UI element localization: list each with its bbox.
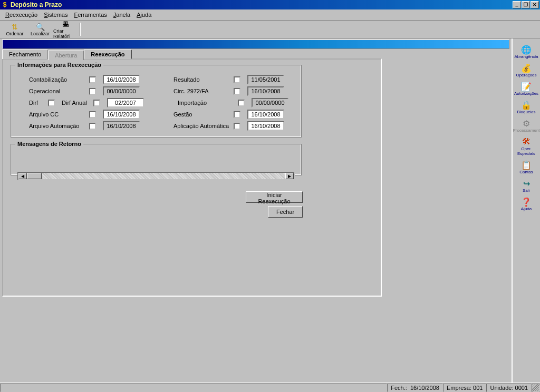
field-resultado[interactable] xyxy=(247,75,284,84)
restore-button[interactable]: ❐ xyxy=(522,1,530,8)
label-operacional: Operacional xyxy=(29,88,87,94)
sidebar-abrangencia[interactable]: 🌐 Abrangência xyxy=(514,44,539,60)
sidebar-processamento-label: Processament xyxy=(513,128,539,133)
tab-abertura[interactable]: Abertura xyxy=(48,51,84,60)
field-operacional[interactable] xyxy=(103,86,140,96)
menu-sistemas[interactable]: Sistemas xyxy=(41,11,71,19)
label-dirf-anual: Dirf Anual xyxy=(62,100,91,106)
field-contabilizacao[interactable] xyxy=(103,75,140,84)
globe-icon: 🌐 xyxy=(521,45,532,54)
checkbox-operacional[interactable] xyxy=(89,88,96,95)
sidebar-oper-especiais-label: Oper. Especiais xyxy=(514,146,539,156)
accounts-icon: 📋 xyxy=(521,160,532,170)
tab-fechamento[interactable]: Fechamento xyxy=(2,50,48,59)
sidebar-contas-label: Contas xyxy=(519,170,533,174)
label-circ: Circ. 2972/FA xyxy=(173,88,232,94)
status-empresa: Empresa: 001 xyxy=(443,384,486,392)
checkbox-contabilizacao[interactable] xyxy=(89,76,96,83)
field-arquivo-cc[interactable] xyxy=(103,110,140,119)
field-gestao[interactable] xyxy=(247,110,284,119)
sidebar-processamento[interactable]: ⚙ Processament xyxy=(514,117,539,134)
checkbox-importacao[interactable] xyxy=(238,100,245,106)
status-fech: Fech.: 16/10/2008 xyxy=(387,384,443,392)
checkbox-dirf-anual[interactable] xyxy=(93,100,100,106)
sidebar-autorizacoes-label: Autorizações xyxy=(514,91,538,96)
checkbox-circ[interactable] xyxy=(234,88,240,95)
sidebar-ajuda[interactable]: ❓ Ajuda xyxy=(514,196,539,212)
checkbox-gestao[interactable] xyxy=(234,111,240,118)
iniciar-reexecucao-button[interactable]: Iniciar Reexecução xyxy=(246,191,303,203)
toolbar-ordenar-label: Ordenar xyxy=(6,31,23,36)
process-icon: ⚙ xyxy=(523,119,530,128)
label-importacao: Importação xyxy=(178,100,236,106)
panel-header-bar xyxy=(2,40,509,49)
exit-icon: ↪ xyxy=(523,179,530,188)
toolbar: ⇅ Ordenar 🔍 Localizar 🖶 Criar Relatóri xyxy=(0,21,540,38)
statusbar: Fech.: 16/10/2008 Empresa: 001 Unidade: … xyxy=(0,383,540,392)
field-circ[interactable] xyxy=(247,86,284,96)
sidebar-abrangencia-label: Abrangência xyxy=(515,54,538,59)
tools-icon: 🛠 xyxy=(522,137,531,146)
panel-body: Informações para Reexecução Contabilizaç… xyxy=(2,58,382,297)
label-dirf: Dirf xyxy=(29,100,46,106)
sort-icon: ⇅ xyxy=(12,23,18,31)
group-mensagens-title: Mensagens de Retorno xyxy=(15,141,83,147)
content-area: Fechamento Abertura Reexecução Informaçõ… xyxy=(0,38,512,383)
edit-icon: 📝 xyxy=(521,82,532,91)
field-arquivo-automacao[interactable] xyxy=(103,121,140,131)
search-icon: 🔍 xyxy=(36,23,45,31)
sidebar-autorizacoes[interactable]: 📝 Autorizações xyxy=(514,81,539,97)
sidebar: 🌐 Abrangência 💰 Operações 📝 Autorizações… xyxy=(512,38,540,383)
checkbox-arquivo-cc[interactable] xyxy=(89,111,96,118)
checkbox-aplicacao-auto[interactable] xyxy=(234,123,240,130)
toolbar-ordenar[interactable]: ⇅ Ordenar xyxy=(2,22,27,37)
messages-scrollbar[interactable]: ◀ ▶ xyxy=(17,172,295,180)
toolbar-localizar-label: Localizar xyxy=(31,31,50,36)
sidebar-bloqueios[interactable]: 🔒 Bloqueios xyxy=(514,99,539,115)
scroll-thumb[interactable] xyxy=(27,173,42,179)
menu-ajuda[interactable]: Ajuda xyxy=(133,11,155,19)
group-info-reexecucao: Informações para Reexecução Contabilizaç… xyxy=(11,65,302,138)
field-dirf-anual[interactable] xyxy=(107,98,144,107)
label-aplicacao-auto: Aplicação Automática xyxy=(173,123,232,129)
group-mensagens: Mensagens de Retorno ◀ ▶ xyxy=(11,144,302,175)
status-grip xyxy=(532,384,540,392)
tab-reexecucao[interactable]: Reexecução xyxy=(84,50,131,59)
menu-janela[interactable]: Janela xyxy=(110,11,133,19)
scroll-left-button[interactable]: ◀ xyxy=(18,173,27,179)
group-info-title: Informações para Reexecução xyxy=(15,62,103,68)
sidebar-ajuda-label: Ajuda xyxy=(521,207,532,211)
checkbox-dirf[interactable] xyxy=(48,100,55,106)
close-button[interactable]: ✕ xyxy=(531,1,539,8)
sidebar-operacoes-label: Operações xyxy=(516,73,536,77)
sidebar-sair[interactable]: ↪ Sair xyxy=(514,178,539,194)
scroll-right-button[interactable]: ▶ xyxy=(285,173,294,179)
label-arquivo-automacao: Arquivo Automação xyxy=(29,123,87,129)
menubar: Reexecução Sistemas Ferramentas Janela A… xyxy=(0,9,540,21)
status-main xyxy=(0,384,387,392)
toolbar-criar-relatorio[interactable]: 🖶 Criar Relatóri xyxy=(53,22,78,37)
label-arquivo-cc: Arquivo CC xyxy=(29,111,87,117)
menu-ferramentas[interactable]: Ferramentas xyxy=(71,11,110,19)
checkbox-resultado[interactable] xyxy=(234,76,240,83)
checkbox-arquivo-automacao[interactable] xyxy=(89,123,96,130)
titlebar: $ Depósito a Prazo _ ❐ ✕ xyxy=(0,0,540,9)
action-buttons: Iniciar Reexecução Fechar xyxy=(246,191,303,218)
menu-reexecucao[interactable]: Reexecução xyxy=(2,11,41,19)
minimize-button[interactable]: _ xyxy=(513,1,521,8)
field-aplicacao-auto[interactable] xyxy=(247,121,284,131)
app-icon: $ xyxy=(1,1,8,8)
toolbar-localizar[interactable]: 🔍 Localizar xyxy=(27,22,53,37)
lock-icon: 🔒 xyxy=(521,100,532,110)
sidebar-sair-label: Sair xyxy=(523,188,530,193)
toolbar-relatorio-label: Criar Relatóri xyxy=(53,28,78,39)
help-icon: ❓ xyxy=(521,197,532,207)
fechar-button[interactable]: Fechar xyxy=(268,206,303,218)
sidebar-contas[interactable]: 📋 Contas xyxy=(514,159,539,175)
label-gestao: Gestão xyxy=(173,111,232,117)
sidebar-oper-especiais[interactable]: 🛠 Oper. Especiais xyxy=(514,136,539,157)
sidebar-operacoes[interactable]: 💰 Operações xyxy=(514,62,539,79)
field-importacao[interactable] xyxy=(252,98,288,107)
status-unidade: Unidade: 0001 xyxy=(486,384,532,392)
money-icon: 💰 xyxy=(521,63,532,73)
